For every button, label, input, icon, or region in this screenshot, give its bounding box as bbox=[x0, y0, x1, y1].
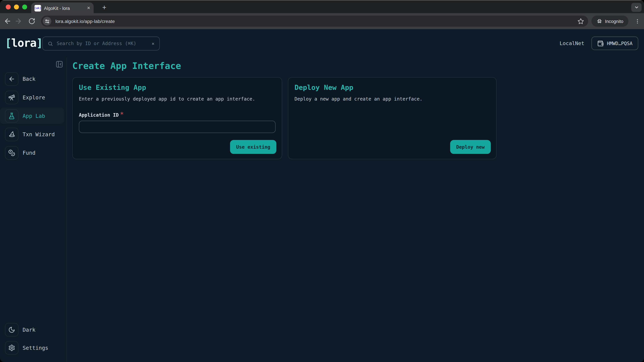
sidebar-item-label: App Lab bbox=[23, 113, 45, 119]
incognito-icon bbox=[596, 18, 602, 24]
incognito-badge: Incognito bbox=[592, 15, 628, 27]
tab-search-button[interactable] bbox=[631, 3, 642, 12]
sidebar-item-label: Txn Wizard bbox=[23, 131, 55, 137]
app-header: [lora] ✕ LocalNet HMWD…PQSA bbox=[0, 29, 644, 57]
sidebar-item-explore[interactable]: Explore bbox=[0, 90, 66, 104]
reload-icon bbox=[28, 17, 36, 25]
back-arrow-icon bbox=[4, 17, 12, 25]
browser-menu-button[interactable] bbox=[634, 16, 641, 26]
forward-arrow-icon bbox=[14, 17, 22, 25]
coins-icon bbox=[5, 146, 18, 160]
tab-strip: [ak] AlgoKit - lora ✕ + bbox=[0, 0, 644, 13]
forward-button[interactable] bbox=[14, 16, 23, 26]
network-selector[interactable]: LocalNet bbox=[560, 40, 584, 46]
sidebar: Back Explore App Lab bbox=[0, 57, 67, 362]
application-id-label: Application ID bbox=[79, 112, 118, 118]
application-id-input[interactable] bbox=[79, 121, 276, 133]
card-title: Deploy New App bbox=[294, 83, 490, 92]
panel-collapse-icon bbox=[56, 60, 64, 68]
new-tab-button[interactable]: + bbox=[100, 3, 109, 12]
wallet-address: HMWD…PQSA bbox=[607, 40, 632, 46]
telescope-icon bbox=[5, 90, 18, 104]
sidebar-item-app-lab[interactable]: App Lab bbox=[0, 108, 64, 124]
use-existing-button[interactable]: Use existing bbox=[230, 140, 276, 154]
sidebar-item-label: Explore bbox=[23, 94, 45, 100]
clear-search-icon[interactable]: ✕ bbox=[152, 41, 154, 46]
site-settings-button[interactable] bbox=[43, 17, 51, 25]
global-search[interactable]: ✕ bbox=[42, 36, 160, 50]
url-text[interactable]: lora.algokit.io/app-lab/create bbox=[56, 18, 578, 23]
back-button[interactable] bbox=[3, 16, 12, 26]
browser-toolbar: lora.algokit.io/app-lab/create Incognito bbox=[0, 13, 644, 29]
search-icon bbox=[48, 41, 53, 46]
flask-icon bbox=[5, 109, 18, 122]
lora-logo[interactable]: [lora] bbox=[5, 36, 42, 50]
macos-traffic-lights bbox=[6, 4, 27, 9]
logo-word: lora bbox=[11, 36, 36, 49]
zoom-window-button[interactable] bbox=[22, 4, 27, 9]
bookmark-star-icon[interactable] bbox=[578, 18, 584, 24]
settings-label: Settings bbox=[23, 345, 48, 351]
sidebar-item-label: Fund bbox=[23, 150, 36, 156]
sidebar-item-settings[interactable]: Settings bbox=[0, 341, 66, 355]
main-content: Create App Interface Use Existing App En… bbox=[67, 57, 644, 362]
sidebar-collapse-button[interactable] bbox=[56, 60, 64, 68]
card-description: Enter a previously deployed app id to cr… bbox=[79, 96, 276, 102]
deploy-new-button[interactable]: Deploy new bbox=[450, 140, 491, 154]
incognito-label: Incognito bbox=[605, 18, 623, 23]
sidebar-item-txn-wizard[interactable]: Txn Wizard bbox=[0, 127, 66, 141]
card-title: Use Existing App bbox=[79, 83, 276, 92]
deploy-new-app-card: Deploy New App Deploy a new app and crea… bbox=[288, 77, 496, 159]
card-description: Deploy a new app and create an app inter… bbox=[294, 96, 490, 102]
arrow-left-icon bbox=[5, 72, 18, 86]
sidebar-item-fund[interactable]: Fund bbox=[0, 146, 66, 160]
wallet-icon bbox=[597, 40, 604, 46]
logo-close-bracket: ] bbox=[36, 36, 42, 49]
browser-window: [ak] AlgoKit - lora ✕ + bbox=[0, 0, 644, 362]
chevron-down-icon bbox=[634, 5, 639, 10]
browser-tab[interactable]: [ak] AlgoKit - lora ✕ bbox=[31, 2, 94, 13]
minimize-window-button[interactable] bbox=[14, 4, 19, 9]
wizard-hat-icon bbox=[5, 127, 18, 141]
logo-open-bracket: [ bbox=[5, 36, 11, 49]
sidebar-item-label: Back bbox=[23, 76, 36, 82]
theme-toggle-dark[interactable]: Dark bbox=[0, 323, 66, 337]
lora-app: [lora] ✕ LocalNet HMWD…PQSA bbox=[0, 29, 644, 362]
site-settings-icon bbox=[44, 18, 50, 23]
reload-button[interactable] bbox=[27, 16, 36, 26]
sidebar-item-back[interactable]: Back bbox=[0, 72, 66, 86]
search-input[interactable] bbox=[57, 40, 152, 46]
theme-label: Dark bbox=[23, 327, 36, 333]
wallet-button[interactable]: HMWD…PQSA bbox=[591, 36, 638, 50]
required-marker: * bbox=[120, 110, 124, 118]
tab-favicon: [ak] bbox=[34, 5, 41, 11]
use-existing-app-card: Use Existing App Enter a previously depl… bbox=[72, 77, 282, 159]
moon-icon bbox=[5, 323, 18, 336]
url-bar[interactable]: lora.algokit.io/app-lab/create bbox=[41, 15, 588, 27]
gear-icon bbox=[5, 341, 18, 355]
tab-title: AlgoKit - lora bbox=[44, 5, 84, 10]
close-window-button[interactable] bbox=[6, 4, 10, 9]
three-dot-menu-icon bbox=[634, 18, 640, 24]
close-tab-icon[interactable]: ✕ bbox=[87, 6, 90, 10]
page-title: Create App Interface bbox=[72, 61, 644, 71]
